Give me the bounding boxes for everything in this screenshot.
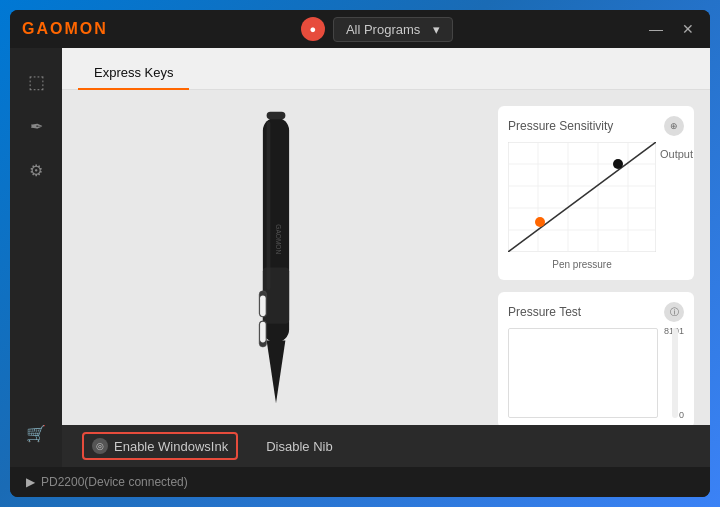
content-area: ⬚ ✒ ⚙ 🛒 Express Keys xyxy=(10,48,710,467)
device-label: PD2200(Device connected) xyxy=(41,475,188,489)
windows-ink-icon: ◎ xyxy=(92,438,108,454)
title-icon: ● xyxy=(310,23,317,35)
svg-rect-8 xyxy=(267,111,286,119)
pressure-graph-wrapper: Pen pressure xyxy=(508,142,656,270)
pen-pressure-label: Pen pressure xyxy=(508,259,656,270)
svg-text:GAOMON: GAOMON xyxy=(275,224,282,254)
logo-text: GAOMON xyxy=(22,20,108,38)
pressure-bar-container: 8191 0 xyxy=(664,328,684,418)
enable-windows-ink-label: Enable WindowsInk xyxy=(114,439,228,454)
svg-point-20 xyxy=(535,217,545,227)
device-bar: ▶ PD2200(Device connected) xyxy=(10,467,710,497)
enable-windows-ink-button[interactable]: ◎ Enable WindowsInk xyxy=(82,432,238,460)
close-button[interactable]: ✕ xyxy=(678,21,698,37)
tab-express-keys[interactable]: Express Keys xyxy=(78,57,189,90)
main-panel: Express Keys xyxy=(62,48,710,467)
pressure-sensitivity-icon[interactable]: ⊕ xyxy=(664,116,684,136)
svg-rect-9 xyxy=(267,121,271,290)
pressure-graph-container: Pen pressure Output xyxy=(508,142,684,270)
title-bar: GAOMON ● All Programs ▾ — ✕ xyxy=(10,10,710,48)
minimize-button[interactable]: — xyxy=(646,21,666,37)
sidebar-item-pen[interactable]: ✒ xyxy=(18,108,54,144)
pen-icon: ✒ xyxy=(30,117,43,136)
pressure-graph-svg[interactable] xyxy=(508,142,656,252)
all-programs-dropdown[interactable]: All Programs ▾ xyxy=(333,17,453,42)
pressure-sensitivity-title: Pressure Sensitivity xyxy=(508,119,613,133)
window-controls: — ✕ xyxy=(646,21,698,37)
svg-rect-4 xyxy=(260,295,266,316)
pressure-min-value: 0 xyxy=(679,410,684,420)
panel-content: GAOMON Pressure Sensitivity xyxy=(62,90,710,425)
pressure-test-card: Pressure Test ⓘ 8191 0 xyxy=(498,292,694,425)
all-programs-label: All Programs xyxy=(346,22,420,37)
disable-nib-button[interactable]: Disable Nib xyxy=(258,435,340,458)
disable-nib-label: Disable Nib xyxy=(266,439,332,454)
svg-rect-5 xyxy=(260,321,266,342)
chevron-down-icon: ▾ xyxy=(433,22,440,37)
logo: GAOMON xyxy=(22,20,108,38)
title-icon-button[interactable]: ● xyxy=(301,17,325,41)
pressure-sensitivity-header: Pressure Sensitivity ⊕ xyxy=(508,116,684,136)
device-arrow-icon: ▶ xyxy=(26,475,35,489)
pressure-bar-track xyxy=(672,328,678,418)
sidebar: ⬚ ✒ ⚙ 🛒 xyxy=(10,48,62,467)
tablet-icon: ⬚ xyxy=(28,71,45,93)
pen-illustration: GAOMON xyxy=(236,108,316,408)
bottom-bar: ◎ Enable WindowsInk Disable Nib xyxy=(62,425,710,467)
app-window: GAOMON ● All Programs ▾ — ✕ ⬚ ✒ xyxy=(10,10,710,497)
pressure-test-icon[interactable]: ⓘ xyxy=(664,302,684,322)
sidebar-item-settings[interactable]: ⚙ xyxy=(18,152,54,188)
output-label-container: Output xyxy=(660,142,693,162)
svg-point-21 xyxy=(613,159,623,169)
svg-marker-7 xyxy=(267,340,286,403)
output-label: Output xyxy=(660,148,693,160)
pressure-test-content: 8191 0 xyxy=(508,328,684,418)
pressure-test-header: Pressure Test ⓘ xyxy=(508,302,684,322)
settings-icon: ⚙ xyxy=(29,161,43,180)
pressure-test-area[interactable] xyxy=(508,328,658,418)
title-center: ● All Programs ▾ xyxy=(108,17,646,42)
pen-area: GAOMON xyxy=(62,90,490,425)
tab-bar: Express Keys xyxy=(62,48,710,90)
tab-label: Express Keys xyxy=(94,65,173,80)
pressure-test-title: Pressure Test xyxy=(508,305,581,319)
sidebar-item-shop[interactable]: 🛒 xyxy=(18,415,54,451)
cart-icon: 🛒 xyxy=(26,424,46,443)
pressure-sensitivity-card: Pressure Sensitivity ⊕ xyxy=(498,106,694,280)
right-panel: Pressure Sensitivity ⊕ xyxy=(490,90,710,425)
sidebar-item-tablet[interactable]: ⬚ xyxy=(18,64,54,100)
